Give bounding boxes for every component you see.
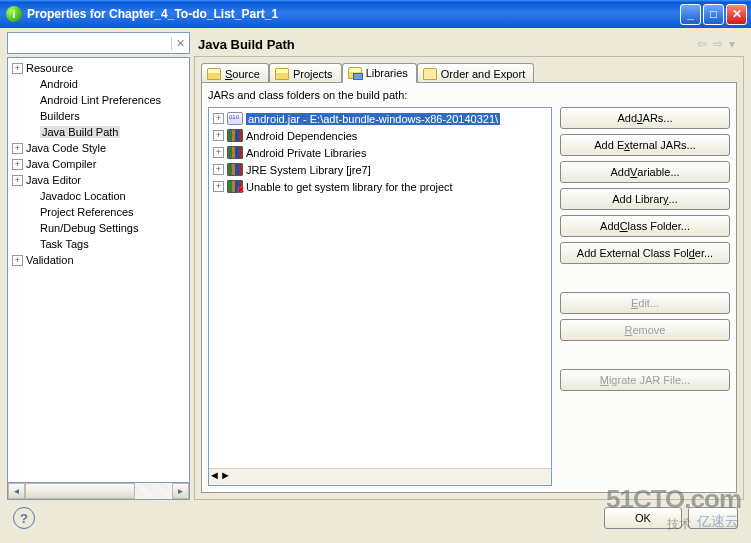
folder-icon (207, 68, 221, 80)
tree-item-label: Task Tags (40, 238, 89, 250)
tree-item-label: Builders (40, 110, 80, 122)
tree-spacer (12, 111, 23, 122)
list-item-label: android.jar - E:\adt-bundle-windows-x86-… (246, 113, 500, 125)
panel-description: JARs and class folders on the build path… (208, 89, 730, 101)
libraries-icon (348, 67, 362, 79)
tree-item[interactable]: +Java Editor (8, 172, 189, 188)
expand-icon[interactable]: + (213, 164, 224, 175)
clear-filter-icon[interactable]: ✕ (171, 37, 189, 50)
forward-icon[interactable]: ⇨ (710, 37, 726, 51)
add-library-button[interactable]: Add Library... (560, 188, 730, 210)
ok-button[interactable]: OK (604, 507, 682, 529)
tree-spacer (12, 223, 23, 234)
remove-button[interactable]: Remove (560, 319, 730, 341)
tree-item-label: Resource (26, 62, 73, 74)
edit-button[interactable]: Edit... (560, 292, 730, 314)
tree-item-label: Project References (40, 206, 134, 218)
window-title: Properties for Chapter_4_To-do_List_Part… (27, 7, 680, 21)
folder-icon (275, 68, 289, 80)
scroll-left-icon[interactable]: ◄ (209, 469, 220, 485)
expand-icon[interactable]: + (213, 113, 224, 124)
add-jars-button[interactable]: Add JARs... (560, 107, 730, 129)
list-item-label: Android Dependencies (246, 130, 357, 142)
libraries-list[interactable]: +android.jar - E:\adt-bundle-windows-x86… (208, 107, 552, 486)
tree-h-scrollbar[interactable]: ◄ ► (7, 483, 190, 500)
tree-item[interactable]: Java Build Path (8, 124, 189, 140)
expand-icon[interactable]: + (12, 63, 23, 74)
category-tree[interactable]: +ResourceAndroidAndroid Lint Preferences… (7, 57, 190, 483)
app-icon: i (6, 6, 22, 22)
scroll-left-icon[interactable]: ◄ (8, 483, 25, 499)
list-item[interactable]: +android.jar - E:\adt-bundle-windows-x86… (209, 110, 551, 127)
tree-item[interactable]: Project References (8, 204, 189, 220)
expand-icon[interactable]: + (12, 159, 23, 170)
tree-item[interactable]: +Resource (8, 60, 189, 76)
expand-icon[interactable]: + (213, 147, 224, 158)
add-external-class-folder-button[interactable]: Add External Class Folder... (560, 242, 730, 264)
scroll-right-icon[interactable]: ► (172, 483, 189, 499)
list-item-label: Unable to get system library for the pro… (246, 181, 453, 193)
tab-order-export[interactable]: Order and Export (417, 63, 534, 83)
tree-item-label: Java Code Style (26, 142, 106, 154)
list-item[interactable]: +Android Private Libraries (209, 144, 551, 161)
expand-icon[interactable]: + (12, 255, 23, 266)
expand-icon[interactable]: + (12, 175, 23, 186)
filter-input[interactable] (8, 37, 171, 49)
maximize-button[interactable]: □ (703, 4, 724, 25)
list-item-label: JRE System Library [jre7] (246, 164, 371, 176)
tree-item-label: Java Build Path (40, 126, 120, 138)
tree-item-label: Java Editor (26, 174, 81, 186)
jar-icon (227, 112, 243, 125)
library-icon (227, 163, 243, 176)
add-external-jars-button[interactable]: Add External JARs... (560, 134, 730, 156)
tree-item[interactable]: Javadoc Location (8, 188, 189, 204)
tree-item-label: Validation (26, 254, 74, 266)
title-bar: i Properties for Chapter_4_To-do_List_Pa… (0, 0, 751, 28)
tree-spacer (12, 127, 23, 138)
filter-input-wrapper: ✕ (7, 32, 190, 54)
tree-item-label: Java Compiler (26, 158, 96, 170)
help-icon[interactable]: ? (13, 507, 35, 529)
minimize-button[interactable]: _ (680, 4, 701, 25)
tree-item[interactable]: Run/Debug Settings (8, 220, 189, 236)
tree-item[interactable]: Android Lint Preferences (8, 92, 189, 108)
tree-item[interactable]: Builders (8, 108, 189, 124)
partial-button[interactable] (688, 507, 738, 529)
library-icon (227, 129, 243, 142)
tree-item[interactable]: +Java Code Style (8, 140, 189, 156)
tree-spacer (12, 79, 23, 90)
tree-spacer (12, 95, 23, 106)
list-item[interactable]: +Android Dependencies (209, 127, 551, 144)
list-item-label: Android Private Libraries (246, 147, 366, 159)
expand-icon[interactable]: + (12, 143, 23, 154)
tree-item-label: Run/Debug Settings (40, 222, 138, 234)
tab-bar: Source Projects Libraries Order and Expo… (201, 63, 737, 83)
list-item[interactable]: +Unable to get system library for the pr… (209, 178, 551, 195)
tree-item[interactable]: +Validation (8, 252, 189, 268)
tab-libraries[interactable]: Libraries (342, 63, 417, 83)
expand-icon[interactable]: + (213, 181, 224, 192)
page-title: Java Build Path (194, 37, 694, 52)
tab-source[interactable]: Source (201, 63, 269, 83)
tree-item-label: Android (40, 78, 78, 90)
migrate-jar-button[interactable]: Migrate JAR File... (560, 369, 730, 391)
tree-spacer (12, 191, 23, 202)
back-icon[interactable]: ⇦ (694, 37, 710, 51)
scroll-right-icon[interactable]: ► (220, 469, 231, 485)
close-button[interactable]: ✕ (726, 4, 747, 25)
tree-spacer (12, 207, 23, 218)
tree-item-label: Javadoc Location (40, 190, 126, 202)
export-icon (423, 68, 437, 80)
expand-icon[interactable]: + (213, 130, 224, 141)
tree-item[interactable]: +Java Compiler (8, 156, 189, 172)
tree-item[interactable]: Android (8, 76, 189, 92)
tree-spacer (12, 239, 23, 250)
list-h-scrollbar[interactable]: ◄ ► (209, 468, 551, 485)
add-class-folder-button[interactable]: Add Class Folder... (560, 215, 730, 237)
tab-projects[interactable]: Projects (269, 63, 342, 83)
tree-item[interactable]: Task Tags (8, 236, 189, 252)
list-item[interactable]: +JRE System Library [jre7] (209, 161, 551, 178)
menu-dropdown-icon[interactable]: ▾ (726, 37, 738, 51)
library-error-icon (227, 180, 243, 193)
add-variable-button[interactable]: Add Variable... (560, 161, 730, 183)
